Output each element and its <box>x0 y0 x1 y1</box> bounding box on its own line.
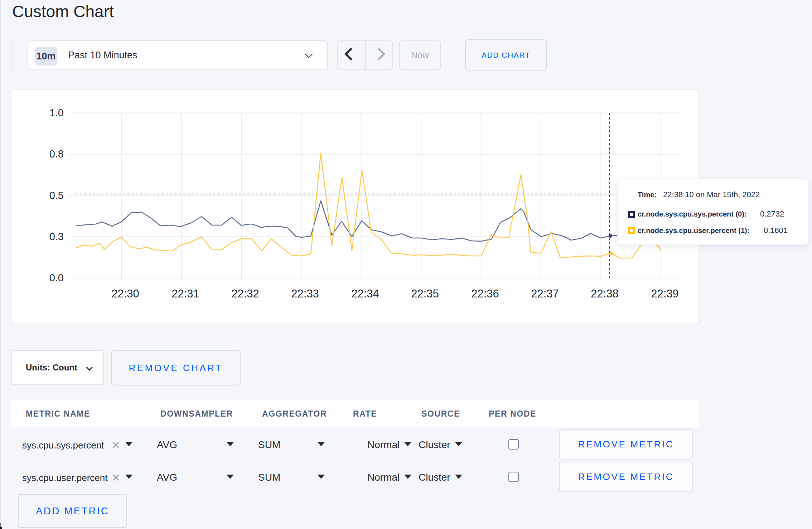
svg-text:22:35: 22:35 <box>411 287 439 300</box>
svg-text:22:34: 22:34 <box>351 287 379 300</box>
svg-text:1.0: 1.0 <box>49 107 64 118</box>
svg-text:22:30: 22:30 <box>111 287 139 300</box>
svg-text:22:39: 22:39 <box>651 287 679 300</box>
svg-text:0.0: 0.0 <box>49 272 64 283</box>
svg-text:22:37: 22:37 <box>531 287 559 300</box>
svg-text:0.5: 0.5 <box>49 190 64 201</box>
svg-text:22:33: 22:33 <box>291 287 319 300</box>
svg-text:22:32: 22:32 <box>231 287 259 300</box>
svg-text:0.8: 0.8 <box>49 148 64 160</box>
svg-text:22:38: 22:38 <box>591 287 619 300</box>
svg-text:22:36: 22:36 <box>471 287 499 300</box>
svg-text:0.3: 0.3 <box>49 231 64 242</box>
svg-text:22:31: 22:31 <box>171 287 199 300</box>
